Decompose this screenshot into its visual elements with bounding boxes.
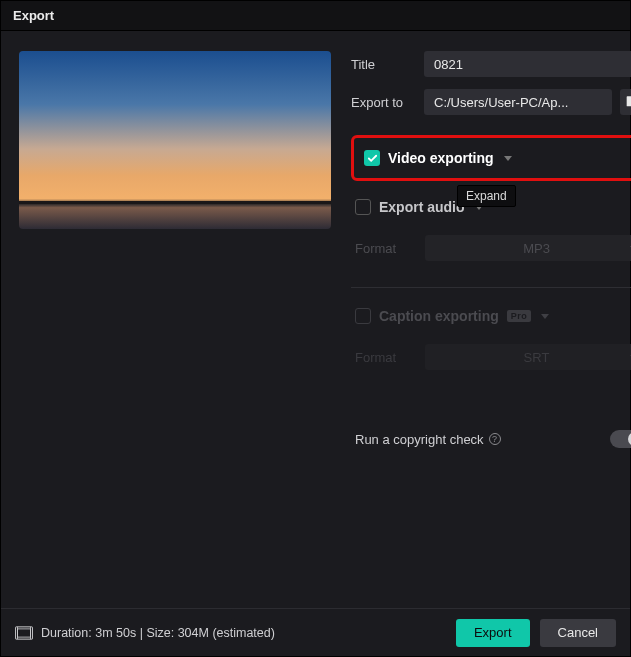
pro-badge: Pro bbox=[507, 310, 532, 322]
chevron-down-icon bbox=[475, 205, 483, 210]
browse-folder-button[interactable] bbox=[620, 89, 631, 115]
film-icon bbox=[15, 626, 33, 640]
title-row: Title bbox=[351, 51, 631, 77]
duration-text: Duration: 3m 50s | Size: 304M (estimated… bbox=[41, 626, 275, 640]
title-input[interactable] bbox=[424, 51, 631, 77]
audio-format-label: Format bbox=[355, 241, 425, 256]
caption-exporting-checkbox bbox=[355, 308, 371, 324]
video-exporting-label: Video exporting bbox=[388, 150, 494, 166]
titlebar: Export bbox=[1, 1, 630, 31]
export-dialog: Export bbox=[0, 0, 631, 657]
export-audio-checkbox[interactable] bbox=[355, 199, 371, 215]
export-path-input[interactable] bbox=[424, 89, 612, 115]
svg-rect-3 bbox=[17, 628, 30, 636]
copyright-row: Run a copyright check ? bbox=[351, 430, 631, 448]
folder-icon bbox=[626, 94, 631, 111]
video-exporting-checkbox[interactable] bbox=[364, 150, 380, 166]
info-icon[interactable]: ? bbox=[489, 433, 501, 445]
expand-tooltip: Expand bbox=[457, 185, 516, 207]
caption-format-value: SRT bbox=[524, 350, 550, 365]
caption-exporting-label: Caption exporting bbox=[379, 308, 499, 324]
audio-format-select[interactable]: MP3 bbox=[425, 235, 631, 261]
export-to-label: Export to bbox=[351, 95, 416, 110]
settings-panel: Title Export to Video exporting bbox=[351, 51, 631, 608]
svg-rect-1 bbox=[19, 201, 331, 204]
divider bbox=[351, 287, 631, 288]
copyright-label: Run a copyright check ? bbox=[355, 432, 501, 447]
export-audio-label: Export audio bbox=[379, 199, 465, 215]
caption-exporting-section: Caption exporting Pro bbox=[351, 306, 631, 324]
export-button[interactable]: Export bbox=[456, 619, 530, 647]
copyright-toggle[interactable] bbox=[610, 430, 631, 448]
cancel-button[interactable]: Cancel bbox=[540, 619, 616, 647]
caption-format-label: Format bbox=[355, 350, 425, 365]
audio-format-value: MP3 bbox=[523, 241, 550, 256]
caption-format-row: Format SRT bbox=[351, 336, 631, 382]
export-to-row: Export to bbox=[351, 89, 631, 115]
duration-info: Duration: 3m 50s | Size: 304M (estimated… bbox=[15, 626, 275, 640]
window-title: Export bbox=[13, 8, 54, 23]
chevron-down-icon bbox=[504, 156, 512, 161]
title-label: Title bbox=[351, 57, 416, 72]
export-audio-section[interactable]: Expand Export audio bbox=[351, 193, 631, 215]
video-preview-thumbnail bbox=[19, 51, 331, 229]
chevron-down-icon bbox=[541, 314, 549, 319]
caption-format-select: SRT bbox=[425, 344, 631, 370]
video-exporting-section[interactable]: Video exporting bbox=[351, 135, 631, 181]
audio-format-row: Format MP3 bbox=[351, 227, 631, 273]
content-area: Title Export to Video exporting bbox=[1, 31, 630, 608]
footer: Duration: 3m 50s | Size: 304M (estimated… bbox=[1, 608, 630, 656]
